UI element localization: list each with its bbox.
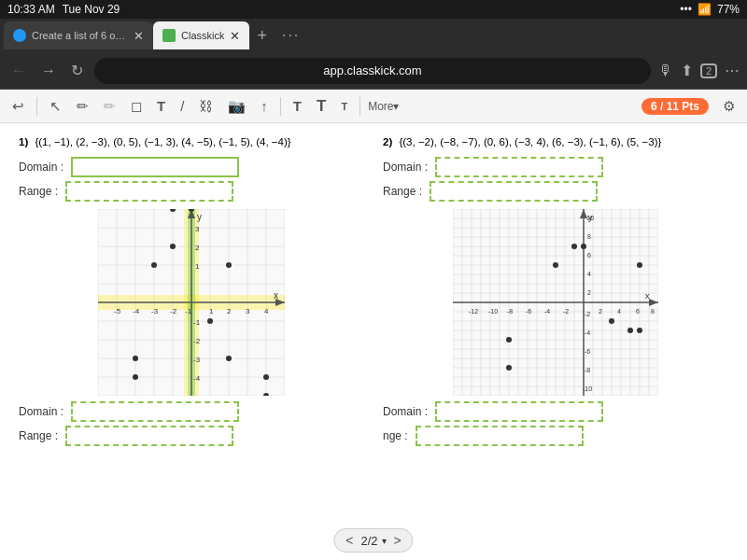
domain-label-bottom-2: Domain :	[383, 405, 428, 418]
settings-icon[interactable]: ⚙	[718, 96, 740, 117]
link-tool[interactable]: ⛓	[194, 96, 218, 116]
domain-answer-2[interactable]	[435, 157, 603, 177]
svg-point-44	[207, 318, 213, 324]
address-action-icons: 🎙 ⬆ 2 ⋯	[658, 62, 740, 79]
camera-tool[interactable]: 📷	[223, 96, 250, 117]
pen-tool[interactable]: ✏	[72, 96, 93, 117]
problem-1-number: 1)	[19, 136, 28, 147]
graph-1-container: y x -5 -4 -3 -2 -1 1 2 3 4 3 2 1 -1 -2	[19, 209, 364, 396]
address-input[interactable]	[94, 58, 651, 84]
share-icon[interactable]: ⬆	[681, 62, 693, 79]
domain-bottom-1: Domain :	[19, 401, 364, 422]
toolbar-separator-3	[359, 97, 360, 116]
more-options-icon[interactable]: ⋯	[725, 62, 740, 79]
svg-text:-3: -3	[193, 356, 201, 364]
dots-icon: •••	[680, 3, 692, 16]
tab-create-list[interactable]: Create a list of 6 one dig ✕	[4, 21, 153, 49]
prev-page-button[interactable]: <	[345, 533, 353, 548]
svg-text:6: 6	[587, 252, 591, 259]
svg-point-123	[506, 365, 512, 371]
svg-text:-4: -4	[544, 308, 550, 315]
svg-text:-2: -2	[193, 337, 201, 345]
domain-range-row-1: Domain : Domain :	[19, 157, 728, 177]
tab-overflow-menu[interactable]: ···	[275, 27, 307, 44]
text-size-up-tool[interactable]: T	[312, 95, 331, 118]
next-page-button[interactable]: >	[394, 533, 402, 548]
domain-item-1: Domain :	[19, 157, 364, 177]
svg-point-129	[637, 262, 642, 268]
tab-bar: Create a list of 6 one dig ✕ Classkick ✕…	[0, 19, 747, 52]
domain-bottom-2: Domain :	[383, 401, 728, 422]
svg-text:-1: -1	[185, 307, 192, 315]
reload-button[interactable]: ↻	[67, 60, 87, 81]
eraser-tool[interactable]: ◻	[126, 96, 147, 117]
svg-text:2: 2	[587, 289, 591, 296]
toolbar: ↩ ↖ ✏ ✏ ◻ T / ⛓ 📷 ↑ T T T More▾ 6 / 11 P…	[0, 90, 747, 123]
range-answer-2[interactable]	[430, 181, 598, 202]
domain-label-2: Domain :	[383, 161, 428, 174]
problem-2-number: 2)	[383, 136, 392, 147]
page-dropdown[interactable]: 2/2 ▾	[360, 534, 386, 548]
tab-label-2: Classkick	[181, 30, 224, 41]
range-row-1: Range : Range :	[19, 181, 728, 202]
svg-text:10: 10	[586, 215, 594, 221]
svg-text:x: x	[274, 290, 278, 301]
text-tool[interactable]: T	[152, 96, 170, 116]
range-answer-bottom-2[interactable]	[416, 426, 584, 446]
range-answer-bottom-1[interactable]	[65, 426, 233, 446]
tabs-count-icon[interactable]: 2	[700, 63, 717, 78]
text-size-down-tool[interactable]: T	[336, 99, 352, 114]
undo-button[interactable]: ↩	[7, 96, 29, 117]
tab-classkick[interactable]: Classkick ✕	[153, 21, 249, 49]
new-tab-button[interactable]: +	[249, 26, 275, 46]
more-tools-button[interactable]: More▾	[368, 100, 399, 113]
svg-text:-2: -2	[585, 311, 590, 317]
svg-text:1: 1	[195, 262, 200, 271]
svg-text:2: 2	[227, 307, 232, 315]
svg-text:8: 8	[587, 233, 591, 240]
microphone-icon[interactable]: 🎙	[658, 63, 673, 79]
highlighter-tool[interactable]: ✏	[99, 96, 120, 117]
line-tool[interactable]: /	[176, 96, 189, 116]
svg-text:-10: -10	[583, 385, 592, 392]
text-size-tool[interactable]: T	[289, 96, 306, 116]
domain-range-bottom-row: Domain : Domain :	[19, 401, 728, 422]
svg-text:-1: -1	[193, 318, 201, 327]
svg-text:2: 2	[195, 244, 200, 252]
svg-point-124	[581, 244, 586, 249]
domain-answer-1[interactable]	[71, 157, 239, 177]
range-bottom-2: nge :	[383, 426, 728, 446]
svg-text:-3: -3	[151, 307, 159, 315]
toolbar-separator-2	[280, 97, 281, 116]
upload-tool[interactable]: ↑	[256, 96, 273, 116]
forward-button[interactable]: →	[37, 61, 60, 81]
toolbar-separator-1	[36, 97, 37, 116]
address-bar: ← → ↻ 🎙 ⬆ 2 ⋯	[0, 52, 747, 90]
tab-label-1: Create a list of 6 one dig	[32, 30, 128, 41]
svg-text:-6: -6	[585, 348, 590, 355]
svg-point-54	[133, 374, 138, 380]
domain-answer-bottom-1[interactable]	[71, 401, 239, 422]
svg-text:-4: -4	[193, 374, 201, 383]
svg-text:4: 4	[264, 307, 269, 315]
graph-1: y x -5 -4 -3 -2 -1 1 2 3 4 3 2 1 -1 -2	[98, 209, 285, 396]
svg-text:3: 3	[195, 225, 200, 233]
tab-close-1[interactable]: ✕	[134, 29, 144, 43]
range-bottom-1: Range :	[19, 426, 364, 446]
problem-1-set: {(1, −1), (2, −3), (0, 5), (−1, 3), (4, …	[35, 136, 290, 147]
pagination: < 2/2 ▾ >	[333, 528, 413, 553]
status-time: 10:33 AM	[7, 3, 55, 16]
svg-text:2: 2	[599, 308, 602, 315]
svg-text:-10: -10	[488, 308, 498, 315]
svg-point-52	[226, 262, 232, 268]
battery-icon: 77%	[717, 3, 740, 16]
back-button[interactable]: ←	[7, 61, 30, 81]
tab-close-2[interactable]: ✕	[230, 29, 240, 43]
domain-answer-bottom-2[interactable]	[435, 401, 603, 422]
range-answer-1[interactable]	[65, 181, 233, 202]
range-item-1: Range :	[19, 181, 364, 202]
range-label-bottom-1: Range :	[19, 429, 58, 442]
cursor-tool[interactable]: ↖	[45, 96, 66, 117]
problems-row: 1) {(1, −1), (2, −3), (0, 5), (−1, 3), (…	[19, 134, 728, 149]
svg-text:-2: -2	[563, 308, 569, 315]
